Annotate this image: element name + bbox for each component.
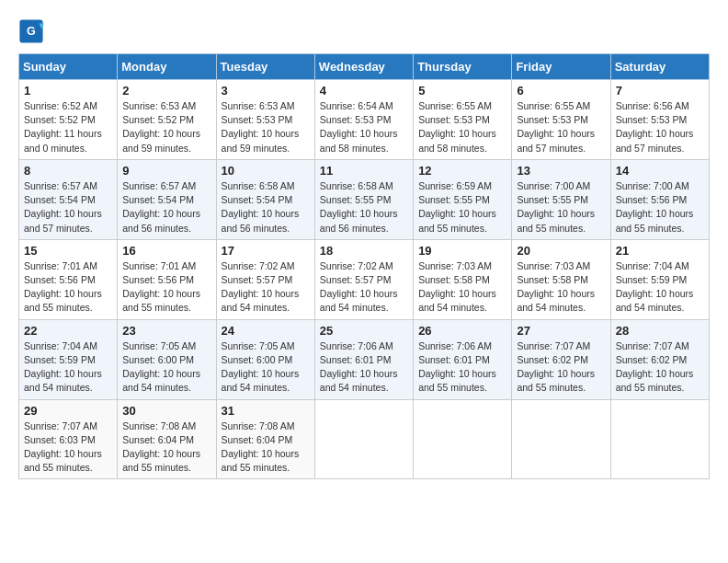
day-cell: 21Sunrise: 7:04 AM Sunset: 5:59 PM Dayli…: [610, 239, 709, 319]
header-friday: Friday: [512, 54, 610, 80]
day-cell: 9Sunrise: 6:57 AM Sunset: 5:54 PM Daylig…: [118, 159, 216, 239]
day-detail: Sunrise: 6:57 AM Sunset: 5:54 PM Dayligh…: [24, 179, 112, 236]
day-cell: 29Sunrise: 7:07 AM Sunset: 6:03 PM Dayli…: [19, 399, 118, 479]
day-detail: Sunrise: 7:08 AM Sunset: 6:04 PM Dayligh…: [222, 419, 310, 476]
day-detail: Sunrise: 6:58 AM Sunset: 5:55 PM Dayligh…: [320, 179, 408, 236]
header-thursday: Thursday: [414, 54, 512, 80]
day-detail: Sunrise: 7:06 AM Sunset: 6:01 PM Dayligh…: [320, 339, 408, 396]
day-detail: Sunrise: 7:05 AM Sunset: 6:00 PM Dayligh…: [222, 339, 310, 396]
day-detail: Sunrise: 6:56 AM Sunset: 5:53 PM Dayligh…: [616, 99, 704, 155]
day-detail: Sunrise: 7:08 AM Sunset: 6:04 PM Dayligh…: [122, 419, 210, 476]
day-number: 11: [320, 164, 408, 178]
week-row-1: 1Sunrise: 6:52 AM Sunset: 5:52 PM Daylig…: [19, 80, 710, 160]
svg-text:G: G: [27, 25, 36, 38]
day-detail: Sunrise: 7:05 AM Sunset: 6:00 PM Dayligh…: [122, 339, 210, 396]
day-number: 18: [320, 244, 408, 258]
day-detail: Sunrise: 7:06 AM Sunset: 6:01 PM Dayligh…: [418, 339, 506, 396]
day-cell: 12Sunrise: 6:59 AM Sunset: 5:55 PM Dayli…: [414, 159, 512, 239]
day-number: 4: [320, 84, 408, 98]
day-cell: 31Sunrise: 7:08 AM Sunset: 6:04 PM Dayli…: [216, 399, 314, 479]
week-row-2: 8Sunrise: 6:57 AM Sunset: 5:54 PM Daylig…: [19, 159, 710, 239]
day-cell: [414, 399, 512, 479]
day-cell: 11Sunrise: 6:58 AM Sunset: 5:55 PM Dayli…: [314, 159, 413, 239]
day-number: 12: [418, 164, 506, 178]
day-number: 2: [122, 84, 210, 98]
day-detail: Sunrise: 7:07 AM Sunset: 6:02 PM Dayligh…: [616, 339, 704, 396]
day-number: 13: [517, 164, 605, 178]
calendar: SundayMondayTuesdayWednesdayThursdayFrid…: [18, 53, 710, 479]
logo: G: [18, 18, 46, 44]
week-row-3: 15Sunrise: 7:01 AM Sunset: 5:56 PM Dayli…: [19, 239, 710, 319]
week-row-4: 22Sunrise: 7:04 AM Sunset: 5:59 PM Dayli…: [19, 319, 710, 399]
day-detail: Sunrise: 7:00 AM Sunset: 5:56 PM Dayligh…: [616, 179, 704, 236]
day-number: 6: [517, 84, 605, 98]
day-cell: [512, 399, 610, 479]
day-number: 26: [418, 324, 506, 338]
day-number: 31: [222, 404, 310, 418]
header-sunday: Sunday: [19, 54, 118, 80]
day-cell: 2Sunrise: 6:53 AM Sunset: 5:52 PM Daylig…: [118, 80, 216, 160]
day-number: 17: [222, 244, 310, 258]
day-number: 1: [24, 84, 112, 98]
day-cell: 10Sunrise: 6:58 AM Sunset: 5:54 PM Dayli…: [216, 159, 314, 239]
day-number: 21: [616, 244, 704, 258]
day-detail: Sunrise: 7:04 AM Sunset: 5:59 PM Dayligh…: [24, 339, 112, 396]
day-number: 3: [222, 84, 310, 98]
day-cell: 18Sunrise: 7:02 AM Sunset: 5:57 PM Dayli…: [314, 239, 413, 319]
header-monday: Monday: [118, 54, 216, 80]
day-detail: Sunrise: 7:03 AM Sunset: 5:58 PM Dayligh…: [517, 259, 605, 316]
day-detail: Sunrise: 6:59 AM Sunset: 5:55 PM Dayligh…: [418, 179, 506, 236]
day-number: 28: [616, 324, 704, 338]
day-cell: 30Sunrise: 7:08 AM Sunset: 6:04 PM Dayli…: [118, 399, 216, 479]
day-cell: 13Sunrise: 7:00 AM Sunset: 5:55 PM Dayli…: [512, 159, 610, 239]
day-detail: Sunrise: 7:04 AM Sunset: 5:59 PM Dayligh…: [616, 259, 704, 316]
day-cell: 5Sunrise: 6:55 AM Sunset: 5:53 PM Daylig…: [414, 80, 512, 160]
page-header: G: [18, 18, 710, 44]
day-number: 5: [418, 84, 506, 98]
day-number: 25: [320, 324, 408, 338]
day-cell: 23Sunrise: 7:05 AM Sunset: 6:00 PM Dayli…: [118, 319, 216, 399]
calendar-header-row: SundayMondayTuesdayWednesdayThursdayFrid…: [19, 54, 710, 80]
day-detail: Sunrise: 6:53 AM Sunset: 5:53 PM Dayligh…: [222, 99, 310, 155]
day-detail: Sunrise: 7:07 AM Sunset: 6:02 PM Dayligh…: [517, 339, 605, 396]
day-cell: 19Sunrise: 7:03 AM Sunset: 5:58 PM Dayli…: [414, 239, 512, 319]
day-detail: Sunrise: 7:02 AM Sunset: 5:57 PM Dayligh…: [320, 259, 408, 316]
day-detail: Sunrise: 6:53 AM Sunset: 5:52 PM Dayligh…: [122, 99, 210, 155]
logo-icon: G: [18, 18, 44, 44]
day-number: 23: [122, 324, 210, 338]
day-cell: 6Sunrise: 6:55 AM Sunset: 5:53 PM Daylig…: [512, 80, 610, 160]
day-cell: 17Sunrise: 7:02 AM Sunset: 5:57 PM Dayli…: [216, 239, 314, 319]
day-detail: Sunrise: 7:01 AM Sunset: 5:56 PM Dayligh…: [122, 259, 210, 316]
day-cell: 16Sunrise: 7:01 AM Sunset: 5:56 PM Dayli…: [118, 239, 216, 319]
day-number: 7: [616, 84, 704, 98]
day-cell: 3Sunrise: 6:53 AM Sunset: 5:53 PM Daylig…: [216, 80, 314, 160]
day-detail: Sunrise: 7:00 AM Sunset: 5:55 PM Dayligh…: [517, 179, 605, 236]
day-cell: 24Sunrise: 7:05 AM Sunset: 6:00 PM Dayli…: [216, 319, 314, 399]
day-detail: Sunrise: 7:03 AM Sunset: 5:58 PM Dayligh…: [418, 259, 506, 316]
day-cell: 15Sunrise: 7:01 AM Sunset: 5:56 PM Dayli…: [19, 239, 118, 319]
header-tuesday: Tuesday: [216, 54, 314, 80]
day-cell: 20Sunrise: 7:03 AM Sunset: 5:58 PM Dayli…: [512, 239, 610, 319]
day-number: 8: [24, 164, 112, 178]
day-number: 20: [517, 244, 605, 258]
day-cell: 22Sunrise: 7:04 AM Sunset: 5:59 PM Dayli…: [19, 319, 118, 399]
day-detail: Sunrise: 6:55 AM Sunset: 5:53 PM Dayligh…: [418, 99, 506, 155]
day-cell: [314, 399, 413, 479]
day-number: 14: [616, 164, 704, 178]
day-number: 19: [418, 244, 506, 258]
day-number: 22: [24, 324, 112, 338]
day-cell: 28Sunrise: 7:07 AM Sunset: 6:02 PM Dayli…: [610, 319, 709, 399]
day-detail: Sunrise: 6:52 AM Sunset: 5:52 PM Dayligh…: [24, 99, 112, 155]
day-cell: 14Sunrise: 7:00 AM Sunset: 5:56 PM Dayli…: [610, 159, 709, 239]
day-number: 9: [122, 164, 210, 178]
day-number: 10: [222, 164, 310, 178]
day-number: 29: [24, 404, 112, 418]
day-detail: Sunrise: 7:07 AM Sunset: 6:03 PM Dayligh…: [24, 419, 112, 476]
header-wednesday: Wednesday: [314, 54, 413, 80]
day-cell: [610, 399, 709, 479]
day-detail: Sunrise: 6:57 AM Sunset: 5:54 PM Dayligh…: [122, 179, 210, 236]
day-cell: 8Sunrise: 6:57 AM Sunset: 5:54 PM Daylig…: [19, 159, 118, 239]
day-number: 15: [24, 244, 112, 258]
day-detail: Sunrise: 6:55 AM Sunset: 5:53 PM Dayligh…: [517, 99, 605, 155]
week-row-5: 29Sunrise: 7:07 AM Sunset: 6:03 PM Dayli…: [19, 399, 710, 479]
